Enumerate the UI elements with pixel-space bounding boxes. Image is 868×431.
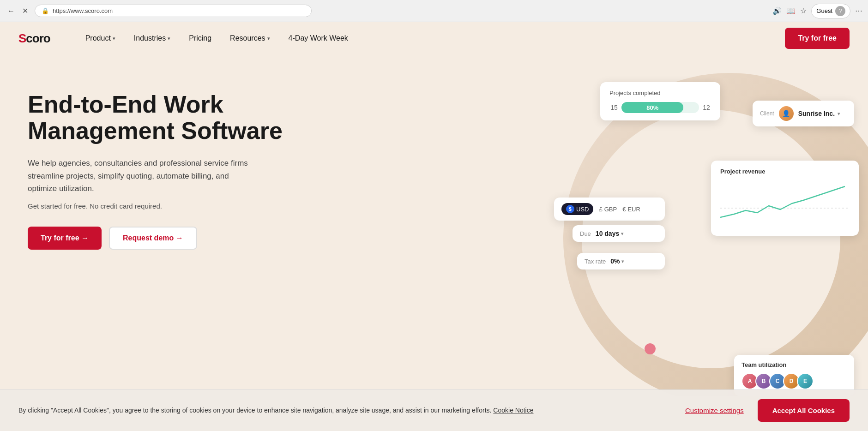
hero-subtitle: We help agencies, consultancies and prof… [28,157,249,195]
due-chevron-icon: ▾ [621,231,623,236]
due-label: Due [580,230,591,237]
browser-chrome: ← ✕ 🔒 https://www.scoro.com 🔊 📖 ☆ Guest … [0,0,868,22]
read-aloud-icon[interactable]: 🔊 [772,6,782,15]
hero-try-label: Try for free → [41,234,89,242]
navbar: Scoro Product ▾ Industries ▾ Pricing Res… [0,22,868,54]
tax-label: Tax rate [585,258,606,265]
bookmark-icon[interactable]: 📖 [786,6,796,15]
nav-4day-label: 4-Day Work Week [289,34,348,42]
client-card: Client 👤 Sunrise Inc. ▾ [753,101,854,126]
url-text: https://www.scoro.com [53,7,113,14]
eur-label: EUR [627,206,640,213]
browser-controls: ← ✕ [6,5,30,17]
eur-symbol: € [622,206,626,213]
back-button[interactable]: ← [6,5,17,17]
hero-try-button[interactable]: Try for free → [28,227,102,250]
usd-label: USD [576,206,589,213]
nav-industries-label: Industries [134,34,166,42]
guest-label: Guest [816,7,832,14]
hero-section: End-to-End Work Management Software We h… [0,54,868,396]
logo-text: coro [26,31,50,46]
client-label: Client [760,110,774,117]
nav-industries[interactable]: Industries ▾ [127,30,178,46]
currency-eur[interactable]: € EUR [622,206,640,213]
currency-card: $ USD £ GBP € EUR [554,198,665,221]
hero-demo-button[interactable]: Request demo → [109,227,197,250]
progress-bar-fill: 80% [621,102,683,113]
hero-note: Get started for free. No credit card req… [28,202,286,210]
progress-row: 15 80% 12 [609,102,711,113]
nav-product[interactable]: Product ▾ [78,30,123,46]
favorites-icon[interactable]: ☆ [800,6,807,15]
tax-value: 0% ▾ [610,257,624,265]
tax-card: Tax rate 0% ▾ [577,253,665,269]
menu-icon[interactable]: ⋯ [855,6,862,15]
tax-chevron-icon: ▾ [621,259,624,264]
hero-title: End-to-End Work Management Software [28,91,286,144]
usd-icon: $ [566,205,574,213]
due-value: 10 days ▾ [596,230,623,237]
hero-visual: Projects completed 15 80% 12 Client 👤 Su… [452,54,868,396]
progress-label: 80% [646,104,658,111]
cookie-banner: By clicking "Accept All Cookies", you ag… [0,389,868,396]
progress-left-num: 15 [609,104,619,111]
guest-avatar: ? [835,6,845,16]
due-card: Due 10 days ▾ [573,225,665,242]
revenue-card-title: Project revenue [720,168,850,175]
currency-usd[interactable]: $ USD [561,203,593,215]
nav-resources-label: Resources [230,34,265,42]
projects-card-title: Projects completed [609,90,711,96]
navbar-try-label: Try for free [798,34,837,42]
chevron-down-icon: ▾ [113,36,115,42]
client-chevron-icon: ▾ [838,111,840,116]
nav-pricing-label: Pricing [189,34,211,42]
nav-resources[interactable]: Resources ▾ [223,30,277,46]
pink-ball [645,343,656,354]
guest-badge[interactable]: Guest ? [811,4,850,18]
projects-card: Projects completed 15 80% 12 [600,82,720,120]
navbar-try-button[interactable]: Try for free [785,28,850,49]
nav-links: Product ▾ Industries ▾ Pricing Resources… [78,30,785,46]
progress-right-num: 12 [702,104,711,111]
client-name: Sunrise Inc. [798,110,835,117]
team-avatars: A B C D E [741,373,847,389]
progress-bar-wrap: 80% [621,102,699,113]
chevron-down-icon: ▾ [168,36,170,42]
hero-demo-label: Request demo → [123,234,183,242]
client-avatar: 👤 [779,106,794,121]
hero-text: End-to-End Work Management Software We h… [28,82,286,250]
close-button[interactable]: ✕ [20,5,30,17]
address-bar[interactable]: 🔒 https://www.scoro.com [35,5,312,17]
due-value-text: 10 days [596,230,619,237]
logo-s: S [18,31,26,46]
revenue-card: Project revenue [711,161,859,236]
nav-pricing[interactable]: Pricing [181,30,219,46]
currency-gbp[interactable]: £ GBP [599,206,617,213]
hero-buttons: Try for free → Request demo → [28,227,286,250]
revenue-chart [720,180,850,227]
gbp-symbol: £ [599,206,602,213]
tax-value-text: 0% [610,257,620,265]
team-card-title: Team utilization [741,361,847,368]
lock-icon: 🔒 [42,7,49,14]
logo[interactable]: Scoro [18,31,50,46]
nav-4day[interactable]: 4-Day Work Week [281,30,356,46]
gbp-label: GBP [604,206,617,213]
team-avatar-5: E [797,373,814,389]
browser-right-controls: 🔊 📖 ☆ Guest ? ⋯ [772,4,862,18]
client-name-row: Sunrise Inc. ▾ [798,110,840,117]
nav-product-label: Product [85,34,111,42]
chevron-down-icon: ▾ [267,36,270,42]
